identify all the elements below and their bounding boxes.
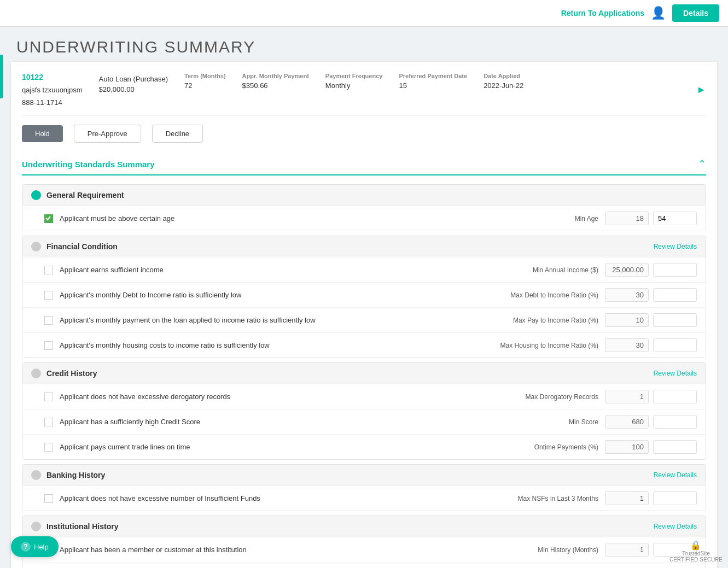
group-header-banking[interactable]: Banking HistoryReview Details xyxy=(22,465,706,485)
row-threshold-input-financial-2[interactable] xyxy=(605,313,649,327)
monthly-payment-label: Appr. Monthly Payment xyxy=(242,73,309,79)
help-circle-icon: ? xyxy=(21,542,31,552)
review-link-credit[interactable]: Review Details xyxy=(654,370,697,377)
lock-icon: 🔒 xyxy=(669,540,723,551)
help-button[interactable]: ? Help xyxy=(11,536,59,557)
row-checkbox-financial-2[interactable] xyxy=(44,316,53,325)
row-checkbox-financial-0[interactable] xyxy=(44,266,53,274)
standards-content: General RequirementApplicant must be abo… xyxy=(22,184,706,568)
date-applied-label: Date Applied xyxy=(484,73,523,79)
row-description-credit-2: Applicant pays current trade lines on ti… xyxy=(60,443,478,451)
next-arrow-icon[interactable]: ► xyxy=(696,84,706,96)
row-description-financial-2: Applicant's monthly payment on the loan … xyxy=(60,316,478,324)
requirement-group-credit: Credit HistoryReview DetailsApplicant do… xyxy=(22,362,706,460)
row-label-credit-1: Min Score xyxy=(478,418,598,426)
row-actual-input-credit-1[interactable] xyxy=(653,415,697,429)
requirement-row-financial-3: Applicant's monthly housing costs to inc… xyxy=(22,332,706,358)
status-dot-financial xyxy=(31,242,41,251)
monthly-payment-col: Appr. Monthly Payment $350.66 xyxy=(242,73,309,90)
monthly-payment-value: $350.66 xyxy=(242,81,309,90)
row-threshold-input-credit-0[interactable] xyxy=(605,390,649,403)
row-checkbox-general-0[interactable] xyxy=(44,214,53,223)
row-label-financial-3: Max Housing to Income Ratio (%) xyxy=(478,342,598,349)
hold-button[interactable]: Hold xyxy=(22,125,63,142)
loan-id: 10122 xyxy=(22,73,83,81)
page-title-area: UNDERWRITING SUMMARY xyxy=(0,27,728,62)
status-dot-banking xyxy=(31,470,41,480)
preferred-date-col: Preferred Payment Date 15 xyxy=(399,73,467,90)
requirement-group-banking: Banking HistoryReview DetailsApplicant d… xyxy=(22,464,706,511)
row-checkbox-credit-2[interactable] xyxy=(44,443,53,452)
standards-header[interactable]: Underwriting Standards Summary ⌃ xyxy=(22,158,706,175)
return-to-applications-link[interactable]: Return To Applications xyxy=(561,9,644,17)
row-actual-input-financial-1[interactable] xyxy=(653,288,697,302)
frequency-label: Payment Frequency xyxy=(325,73,383,79)
group-header-general[interactable]: General Requirement xyxy=(22,185,706,206)
row-checkbox-credit-1[interactable] xyxy=(44,418,53,426)
group-title-institutional: Institutional History xyxy=(46,522,118,531)
row-description-general-0: Applicant must be above certain age xyxy=(60,214,478,222)
preferred-date-label: Preferred Payment Date xyxy=(399,73,467,79)
left-accent xyxy=(0,55,3,98)
row-checkbox-credit-0[interactable] xyxy=(44,393,53,401)
requirement-row-credit-0: Applicant does not have excessive deroga… xyxy=(22,384,706,409)
requirement-row-institutional-1: Applicant does not have (significant) un… xyxy=(22,562,706,568)
review-link-institutional[interactable]: Review Details xyxy=(654,523,697,530)
row-label-financial-1: Max Debt to Income Ratio (%) xyxy=(478,291,598,299)
requirement-group-institutional: Institutional HistoryReview DetailsAppli… xyxy=(22,516,706,568)
row-threshold-input-financial-3[interactable] xyxy=(605,338,649,352)
main-card: 10122 qajsfs tzxuuonjpsm 888-11-1714 Aut… xyxy=(11,62,717,568)
row-actual-input-credit-0[interactable] xyxy=(653,390,697,403)
loan-name: qajsfs tzxuuonjpsm xyxy=(22,86,83,94)
requirement-row-institutional-0: Applicant has been a member or customer … xyxy=(22,537,706,562)
row-actual-input-financial-0[interactable] xyxy=(653,263,697,277)
group-header-institutional[interactable]: Institutional HistoryReview Details xyxy=(22,516,706,537)
row-threshold-input-banking-0[interactable] xyxy=(605,491,649,505)
review-link-financial[interactable]: Review Details xyxy=(654,243,697,250)
frequency-value: Monthly xyxy=(325,81,383,90)
row-threshold-input-institutional-0[interactable] xyxy=(605,543,649,557)
group-header-credit[interactable]: Credit HistoryReview Details xyxy=(22,363,706,384)
frequency-col: Payment Frequency Monthly xyxy=(325,73,383,90)
row-threshold-input-credit-1[interactable] xyxy=(605,415,649,429)
date-applied-col: Date Applied 2022-Jun-22 xyxy=(484,73,523,90)
row-checkbox-financial-3[interactable] xyxy=(44,341,53,350)
row-description-credit-1: Applicant has a sufficiently high Credit… xyxy=(60,418,478,426)
trusted-site-certified: CERTIFIED SECURE xyxy=(669,557,723,563)
group-title-credit: Credit History xyxy=(46,369,97,378)
loan-header: 10122 qajsfs tzxuuonjpsm 888-11-1714 Aut… xyxy=(22,73,706,116)
collapse-icon[interactable]: ⌃ xyxy=(698,158,706,170)
row-threshold-input-financial-0[interactable] xyxy=(605,263,649,277)
row-actual-input-credit-2[interactable] xyxy=(653,440,697,454)
requirement-row-financial-1: Applicant's monthly Debt to Income ratio… xyxy=(22,282,706,307)
review-link-banking[interactable]: Review Details xyxy=(654,471,697,479)
row-actual-input-financial-2[interactable] xyxy=(653,313,697,327)
row-label-credit-2: Ontime Payments (%) xyxy=(478,443,598,451)
decline-button[interactable]: Decline xyxy=(152,125,203,143)
top-bar: Return To Applications 👤 Details xyxy=(0,0,728,27)
row-actual-input-banking-0[interactable] xyxy=(653,491,697,505)
row-actual-input-general-0[interactable] xyxy=(653,212,697,225)
row-description-credit-0: Applicant does not have excessive deroga… xyxy=(60,393,478,401)
row-checkbox-financial-1[interactable] xyxy=(44,291,53,300)
standards-section: Underwriting Standards Summary ⌃ General… xyxy=(22,158,706,568)
row-description-financial-0: Applicant earns sufficient income xyxy=(60,266,478,274)
group-header-financial[interactable]: Financial ConditionReview Details xyxy=(22,236,706,257)
row-threshold-input-general-0[interactable] xyxy=(605,212,649,225)
row-description-institutional-0: Applicant has been a member or customer … xyxy=(60,546,478,554)
row-label-institutional-0: Min History (Months) xyxy=(478,546,598,554)
page-title: UNDERWRITING SUMMARY xyxy=(16,38,712,56)
row-actual-input-financial-3[interactable] xyxy=(653,338,697,352)
requirement-row-general-0: Applicant must be above certain ageMin A… xyxy=(22,206,706,231)
standards-title: Underwriting Standards Summary xyxy=(22,160,155,169)
group-title-general: General Requirement xyxy=(46,191,124,200)
requirement-group-financial: Financial ConditionReview DetailsApplica… xyxy=(22,236,706,358)
pre-approve-button[interactable]: Pre-Approve xyxy=(74,125,141,143)
row-checkbox-banking-0[interactable] xyxy=(44,494,53,503)
row-threshold-input-financial-1[interactable] xyxy=(605,288,649,302)
details-button[interactable]: Details xyxy=(672,4,719,22)
requirement-row-credit-2: Applicant pays current trade lines on ti… xyxy=(22,434,706,459)
status-dot-institutional xyxy=(31,522,41,531)
requirement-row-credit-1: Applicant has a sufficiently high Credit… xyxy=(22,409,706,434)
row-threshold-input-credit-2[interactable] xyxy=(605,440,649,454)
